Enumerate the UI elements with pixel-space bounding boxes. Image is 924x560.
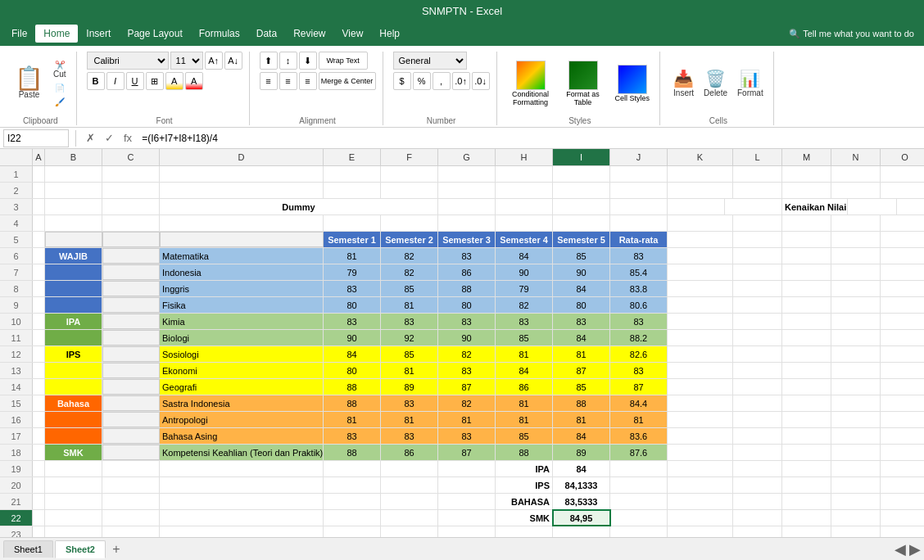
cell-n1[interactable]: [831, 166, 881, 182]
menu-formulas[interactable]: Formulas: [191, 25, 248, 43]
col-header-e[interactable]: E: [324, 149, 381, 165]
align-right-button[interactable]: ≡: [299, 72, 317, 90]
cell-e3[interactable]: [438, 199, 496, 215]
cell-i5-sem5[interactable]: Semester 5: [553, 232, 610, 247]
cell-h5-sem4[interactable]: Semester 4: [496, 232, 553, 247]
cell-n2[interactable]: [831, 183, 881, 198]
cell-d6-matematika[interactable]: Matematika: [160, 248, 324, 264]
cell-c2[interactable]: [102, 183, 160, 198]
cell-h19-ipa-label[interactable]: IPA: [496, 461, 553, 476]
col-header-g[interactable]: G: [438, 149, 496, 165]
menu-file[interactable]: File: [3, 25, 35, 43]
cell-k3-kenaikan[interactable]: Kenaikan Nilai: [782, 199, 848, 215]
conditional-formatting-button[interactable]: Conditional Formatting: [507, 59, 555, 108]
cell-i2[interactable]: [553, 183, 610, 198]
cell-f1[interactable]: [381, 166, 438, 182]
cell-i1[interactable]: [553, 166, 610, 182]
increase-decimal-button[interactable]: .0↑: [452, 72, 470, 90]
menu-page-layout[interactable]: Page Layout: [119, 25, 190, 43]
bold-button[interactable]: B: [87, 72, 105, 90]
cell-b12-ips[interactable]: IPS: [45, 346, 102, 362]
delete-button[interactable]: 🗑️ Delete: [700, 67, 731, 99]
cell-g5-sem3[interactable]: Semester 3: [438, 232, 496, 247]
merge-center-button[interactable]: Merge & Center: [319, 72, 376, 90]
cell-l1[interactable]: [733, 166, 782, 182]
align-top-button[interactable]: ⬆: [260, 52, 278, 70]
number-format-select[interactable]: General: [393, 52, 467, 70]
align-bottom-button[interactable]: ⬇: [299, 52, 317, 70]
cell-j1[interactable]: [610, 166, 668, 182]
format-button[interactable]: 📊 Format: [734, 67, 767, 99]
cell-b3[interactable]: [45, 199, 102, 215]
cell-h22-smk-label[interactable]: SMK: [496, 510, 553, 526]
col-header-n[interactable]: N: [831, 149, 881, 165]
cell-styles-button[interactable]: Cell Styles: [612, 63, 654, 104]
cell-d2[interactable]: [160, 183, 324, 198]
border-button[interactable]: ⊞: [146, 72, 164, 90]
paste-button[interactable]: 📋 Paste: [11, 65, 47, 101]
cell-g3[interactable]: [553, 199, 610, 215]
font-name-select[interactable]: Calibri: [87, 52, 169, 70]
format-as-table-button[interactable]: Format as Table: [559, 59, 607, 108]
col-header-k[interactable]: K: [668, 149, 733, 165]
cell-b18-smk[interactable]: SMK: [45, 445, 102, 460]
col-header-b[interactable]: B: [45, 149, 102, 165]
cell-o1[interactable]: [881, 166, 924, 182]
cell-d3-dummy[interactable]: Dummy: [160, 199, 438, 215]
sheet-tab-sheet2[interactable]: Sheet2: [55, 540, 106, 558]
cell-b10-ipa[interactable]: IPA: [45, 314, 102, 329]
cell-e1[interactable]: [324, 166, 381, 182]
col-header-d[interactable]: D: [160, 149, 324, 165]
cell-g1[interactable]: [438, 166, 496, 182]
cell-i22-smk-value[interactable]: 84,95: [553, 510, 610, 526]
cell-j3[interactable]: [725, 199, 782, 215]
scroll-left-icon[interactable]: ◀: [895, 540, 906, 558]
underline-button[interactable]: U: [126, 72, 144, 90]
font-size-select[interactable]: 11: [170, 52, 203, 70]
col-header-c[interactable]: C: [102, 149, 160, 165]
menu-view[interactable]: View: [334, 25, 372, 43]
formula-input[interactable]: [138, 131, 921, 146]
currency-button[interactable]: $: [393, 72, 411, 90]
cell-d1[interactable]: [160, 166, 324, 182]
cell-b6-wajib[interactable]: WAJIB: [45, 248, 102, 264]
wrap-text-button[interactable]: Wrap Text: [319, 52, 368, 70]
font-color-button[interactable]: A: [185, 72, 203, 90]
cell-f2[interactable]: [381, 183, 438, 198]
insert-function-icon[interactable]: fx: [120, 132, 135, 144]
menu-review[interactable]: Review: [285, 25, 333, 43]
insert-button[interactable]: 📥 Insert: [670, 67, 697, 99]
cell-i20-ips-value[interactable]: 84,1333: [553, 477, 610, 493]
cell-e5-sem1[interactable]: Semester 1: [324, 232, 381, 247]
percent-button[interactable]: %: [413, 72, 431, 90]
cell-a2[interactable]: [33, 183, 45, 198]
cell-h1[interactable]: [496, 166, 553, 182]
col-header-j[interactable]: J: [610, 149, 668, 165]
increase-font-button[interactable]: A↑: [205, 52, 223, 70]
cell-e2[interactable]: [324, 183, 381, 198]
cell-j2[interactable]: [610, 183, 668, 198]
col-header-f[interactable]: F: [381, 149, 438, 165]
cell-c3[interactable]: [102, 199, 160, 215]
col-header-a[interactable]: A: [33, 149, 45, 165]
menu-insert[interactable]: Insert: [78, 25, 119, 43]
menu-home[interactable]: Home: [35, 25, 78, 43]
format-painter-button[interactable]: 🖌️: [50, 96, 70, 108]
align-center-button[interactable]: ≡: [279, 72, 297, 90]
align-left-button[interactable]: ≡: [260, 72, 278, 90]
col-header-h[interactable]: H: [496, 149, 553, 165]
cell-k2[interactable]: [668, 183, 733, 198]
rows-area[interactable]: 1 2: [0, 166, 924, 537]
cell-l3[interactable]: [848, 199, 897, 215]
cell-i21-bahasa-value[interactable]: 83,5333: [553, 494, 610, 509]
cell-a3[interactable]: [33, 199, 45, 215]
cell-m2[interactable]: [782, 183, 831, 198]
menu-help[interactable]: Help: [371, 25, 408, 43]
cell-l2[interactable]: [733, 183, 782, 198]
scroll-right-icon[interactable]: ▶: [909, 540, 921, 558]
col-header-m[interactable]: M: [782, 149, 831, 165]
cell-a1[interactable]: [33, 166, 45, 182]
sheet-tab-sheet1[interactable]: Sheet1: [3, 540, 53, 558]
copy-button[interactable]: 📄: [50, 82, 70, 94]
cell-reference-box[interactable]: [3, 129, 69, 147]
